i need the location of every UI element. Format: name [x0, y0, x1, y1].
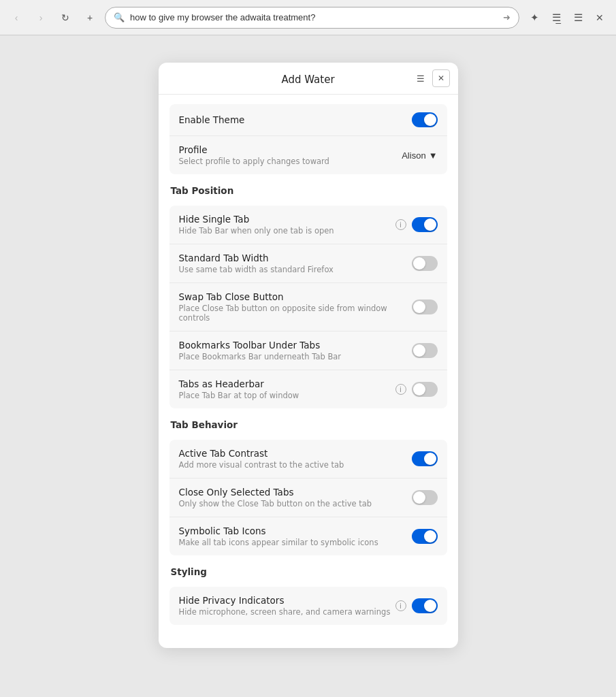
close-only-selected-info: Close Only Selected Tabs Only show the C…	[179, 487, 412, 508]
tabs-as-headerbar-controls: i	[395, 382, 438, 397]
hide-privacy-indicators-info: Hide Privacy Indicators Hide microphone,…	[179, 595, 395, 617]
active-tab-contrast-row: Active Tab Contrast Add more visual cont…	[169, 440, 447, 479]
bookmarks-toolbar-row: Bookmarks Toolbar Under Tabs Place Bookm…	[169, 331, 447, 370]
swap-tab-close-row: Swap Tab Close Button Place Close Tab bu…	[169, 283, 447, 331]
enable-theme-toggle[interactable]	[412, 112, 438, 127]
active-tab-contrast-controls	[412, 451, 438, 466]
toggle-thumb	[424, 453, 436, 465]
close-only-selected-row: Close Only Selected Tabs Only show the C…	[169, 479, 447, 517]
toggle-thumb	[424, 218, 436, 231]
hide-privacy-indicators-controls: i	[395, 598, 438, 613]
browser-content: Add Water ☰ ✕ Enable Theme	[0, 35, 616, 697]
tabs-as-headerbar-info-icon[interactable]: i	[395, 384, 406, 395]
browser-action-buttons: ✦ ☰̲ ☰ ✕	[525, 8, 609, 27]
standard-tab-width-toggle[interactable]	[412, 256, 438, 271]
standard-tab-width-controls	[412, 256, 438, 271]
panel-header: Add Water ☰ ✕	[159, 63, 458, 95]
hide-privacy-indicators-info-icon[interactable]: i	[395, 600, 406, 611]
panel-menu-button[interactable]: ☰	[412, 69, 429, 87]
tabs-as-headerbar-label: Tabs as Headerbar	[179, 378, 395, 389]
profile-info: Profile Select profile to apply changes …	[179, 144, 402, 166]
active-tab-contrast-info: Active Tab Contrast Add more visual cont…	[179, 448, 412, 470]
tab-behavior-header: Tab Behavior	[169, 419, 447, 430]
panel-title: Add Water	[281, 74, 334, 86]
close-only-selected-toggle[interactable]	[412, 490, 438, 505]
tab-position-card: Hide Single Tab Hide Tab Bar when only o…	[169, 206, 447, 408]
symbolic-tab-icons-controls	[412, 529, 438, 544]
hide-privacy-indicators-row: Hide Privacy Indicators Hide microphone,…	[169, 587, 447, 625]
styling-header: Styling	[169, 566, 447, 577]
enable-theme-controls	[412, 112, 438, 127]
profile-select[interactable]: Alison ▼	[402, 150, 437, 161]
panel-header-actions: ☰ ✕	[412, 69, 450, 87]
tab-position-header: Tab Position	[169, 185, 447, 196]
profile-chevron-icon: ▼	[429, 150, 438, 161]
address-bar: 🔍 ➜	[105, 7, 519, 29]
tabs-as-headerbar-desc: Place Tab Bar at top of window	[179, 391, 395, 400]
enable-theme-row: Enable Theme	[169, 104, 447, 136]
toggle-thumb	[424, 114, 436, 126]
hide-privacy-indicators-toggle[interactable]	[412, 598, 438, 613]
profile-controls: Alison ▼	[402, 150, 437, 161]
standard-tab-width-label: Standard Tab Width	[179, 253, 412, 263]
hide-single-tab-label: Hide Single Tab	[179, 214, 395, 225]
toggle-thumb	[413, 383, 425, 395]
close-only-selected-label: Close Only Selected Tabs	[179, 487, 412, 498]
reload-button[interactable]: ↻	[56, 8, 75, 27]
profile-label: Profile	[179, 144, 402, 155]
bookmarks-toolbar-controls	[412, 343, 438, 358]
browser-toolbar: ‹ › ↻ + 🔍 ➜ ✦ ☰̲ ☰ ✕	[0, 0, 616, 35]
symbolic-tab-icons-info: Symbolic Tab Icons Make all tab icons ap…	[179, 525, 412, 547]
top-settings-card: Enable Theme Profile Select profile to a…	[169, 104, 447, 174]
symbolic-tab-icons-row: Symbolic Tab Icons Make all tab icons ap…	[169, 517, 447, 555]
bookmarks-toolbar-toggle[interactable]	[412, 343, 438, 358]
toggle-thumb	[424, 530, 436, 542]
hide-single-tab-row: Hide Single Tab Hide Tab Bar when only o…	[169, 206, 447, 244]
swap-tab-close-info: Swap Tab Close Button Place Close Tab bu…	[179, 291, 412, 323]
swap-tab-close-desc: Place Close Tab button on opposite side …	[179, 304, 412, 323]
styling-card: Hide Privacy Indicators Hide microphone,…	[169, 587, 447, 625]
close-only-selected-desc: Only show the Close Tab button on the ac…	[179, 499, 412, 508]
swap-tab-close-label: Swap Tab Close Button	[179, 291, 412, 302]
hide-single-tab-info: Hide Single Tab Hide Tab Bar when only o…	[179, 214, 395, 236]
bookmarks-toolbar-label: Bookmarks Toolbar Under Tabs	[179, 340, 412, 351]
toggle-thumb	[413, 491, 425, 504]
go-icon[interactable]: ➜	[503, 12, 510, 22]
tabs-as-headerbar-row: Tabs as Headerbar Place Tab Bar at top o…	[169, 370, 447, 408]
active-tab-contrast-toggle[interactable]	[412, 451, 438, 466]
hide-privacy-indicators-label: Hide Privacy Indicators	[179, 595, 395, 606]
bookmarks-toolbar-info: Bookmarks Toolbar Under Tabs Place Bookm…	[179, 340, 412, 361]
hide-single-tab-toggle[interactable]	[412, 217, 438, 232]
toggle-thumb	[413, 257, 425, 270]
new-tab-button[interactable]: +	[80, 8, 99, 27]
toggle-thumb	[413, 301, 425, 313]
hide-single-tab-info-icon[interactable]: i	[395, 219, 406, 230]
hide-single-tab-controls: i	[395, 217, 438, 232]
tabs-as-headerbar-toggle[interactable]	[412, 382, 438, 397]
profile-value: Alison	[402, 150, 425, 161]
active-tab-contrast-label: Active Tab Contrast	[179, 448, 412, 459]
active-tab-contrast-desc: Add more visual contrast to the active t…	[179, 460, 412, 470]
address-input[interactable]	[130, 12, 498, 22]
enable-theme-label: Enable Theme	[179, 114, 412, 125]
profile-row: Profile Select profile to apply changes …	[169, 136, 447, 174]
tab-behavior-card: Active Tab Contrast Add more visual cont…	[169, 440, 447, 555]
search-icon: 🔍	[114, 12, 125, 22]
profile-desc: Select profile to apply changes toward	[179, 157, 402, 166]
extensions-button[interactable]: ✦	[525, 8, 544, 27]
bookmarks-toolbar-desc: Place Bookmarks Bar underneath Tab Bar	[179, 352, 412, 361]
panel-close-button[interactable]: ✕	[432, 69, 450, 87]
panel-body: Enable Theme Profile Select profile to a…	[159, 104, 458, 625]
forward-button[interactable]: ›	[31, 8, 50, 27]
bookmarks-button[interactable]: ☰̲	[547, 8, 566, 27]
swap-tab-close-toggle[interactable]	[412, 299, 438, 314]
close-browser-button[interactable]: ✕	[590, 8, 609, 27]
hide-privacy-indicators-desc: Hide microphone, screen share, and camer…	[179, 607, 395, 617]
swap-tab-close-controls	[412, 299, 438, 314]
menu-button[interactable]: ☰	[568, 8, 587, 27]
close-only-selected-controls	[412, 490, 438, 505]
tabs-as-headerbar-info: Tabs as Headerbar Place Tab Bar at top o…	[179, 378, 395, 400]
back-button[interactable]: ‹	[7, 8, 26, 27]
symbolic-tab-icons-toggle[interactable]	[412, 529, 438, 544]
standard-tab-width-desc: Use same tab width as standard Firefox	[179, 265, 412, 274]
